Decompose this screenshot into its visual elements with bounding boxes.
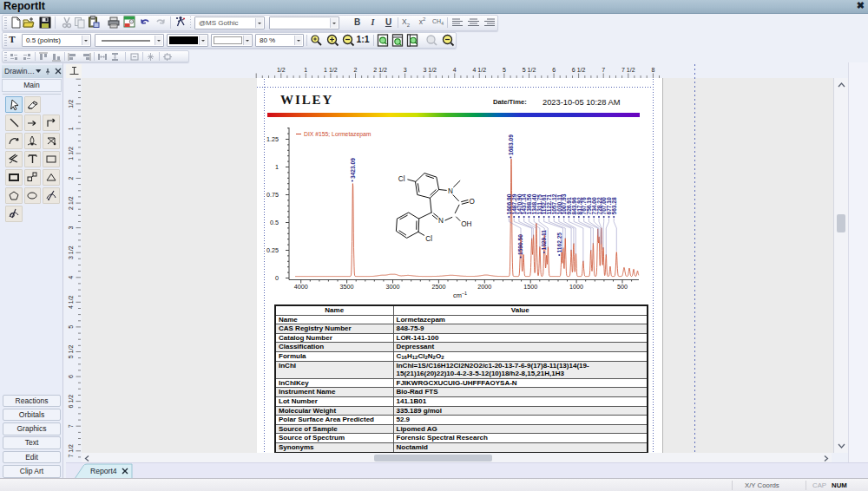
svg-text:4 1/2: 4 1/2 [68, 295, 74, 309]
svg-text:1162.25: 1162.25 [556, 232, 562, 253]
svg-text:O: O [470, 198, 475, 206]
svg-text:2 1/2: 2 1/2 [68, 196, 74, 210]
svg-text:1590.50: 1590.50 [517, 234, 523, 255]
svg-text:DIX #155; Lormetazepam: DIX #155; Lormetazepam [304, 131, 372, 138]
svg-text:Cl: Cl [425, 235, 432, 243]
svg-text:0.5: 0.5 [270, 219, 279, 226]
svg-text:1 1/2: 1 1/2 [324, 67, 338, 73]
svg-text:4000: 4000 [294, 283, 308, 291]
svg-text:5: 5 [68, 325, 74, 329]
svg-text:2000: 2000 [477, 283, 491, 291]
svg-text:4 1/2: 4 1/2 [473, 67, 487, 73]
svg-text:3500: 3500 [340, 283, 354, 291]
svg-text:3 1/2: 3 1/2 [423, 67, 437, 73]
svg-text:1: 1 [275, 163, 279, 171]
svg-text:5 1/2: 5 1/2 [68, 345, 74, 359]
svg-text:3000: 3000 [386, 283, 400, 291]
svg-text:1000: 1000 [569, 283, 583, 291]
svg-text:1.25: 1.25 [266, 135, 279, 143]
svg-text:2: 2 [68, 176, 74, 180]
svg-text:1 1/2: 1 1/2 [68, 147, 74, 160]
svg-text:4: 4 [68, 276, 74, 279]
svg-text:N: N [438, 217, 444, 225]
svg-text:563.28: 563.28 [611, 197, 617, 215]
svg-text:6: 6 [68, 375, 74, 378]
svg-text:4: 4 [453, 67, 457, 73]
svg-text:1329.11: 1329.11 [541, 230, 547, 251]
svg-text:500: 500 [617, 283, 628, 291]
svg-text:7 1/2: 7 1/2 [621, 67, 635, 73]
svg-text:8: 8 [651, 67, 654, 73]
svg-text:cm–1: cm–1 [453, 291, 467, 299]
svg-text:Cl: Cl [398, 175, 405, 183]
svg-text:0.75: 0.75 [266, 191, 279, 199]
svg-text:OH: OH [461, 220, 471, 228]
svg-text:3: 3 [68, 226, 74, 230]
svg-text:1: 1 [68, 127, 74, 130]
svg-text:2: 2 [354, 67, 358, 73]
svg-text:0.25: 0.25 [266, 246, 279, 254]
svg-text:0: 0 [275, 274, 279, 282]
svg-text:2 1/2: 2 1/2 [373, 67, 387, 73]
svg-text:7: 7 [602, 67, 605, 73]
svg-text:5: 5 [503, 67, 506, 73]
svg-text:1/2: 1/2 [68, 100, 74, 108]
svg-text:6 1/2: 6 1/2 [68, 395, 74, 409]
svg-text:7 1/2: 7 1/2 [68, 444, 74, 458]
svg-text:2500: 2500 [431, 283, 445, 291]
svg-text:1/2: 1/2 [277, 67, 286, 73]
svg-text:6: 6 [552, 67, 556, 73]
svg-text:N: N [448, 187, 453, 195]
svg-text:3: 3 [404, 67, 407, 73]
svg-text:1683.09: 1683.09 [508, 134, 514, 155]
svg-text:3423.09: 3423.09 [350, 158, 356, 179]
svg-text:1: 1 [304, 67, 307, 73]
svg-text:7: 7 [68, 424, 74, 428]
svg-text:6 1/2: 6 1/2 [572, 67, 586, 73]
svg-text:3 1/2: 3 1/2 [68, 245, 74, 259]
svg-text:1500: 1500 [523, 283, 537, 291]
svg-text:5 1/2: 5 1/2 [523, 67, 536, 73]
